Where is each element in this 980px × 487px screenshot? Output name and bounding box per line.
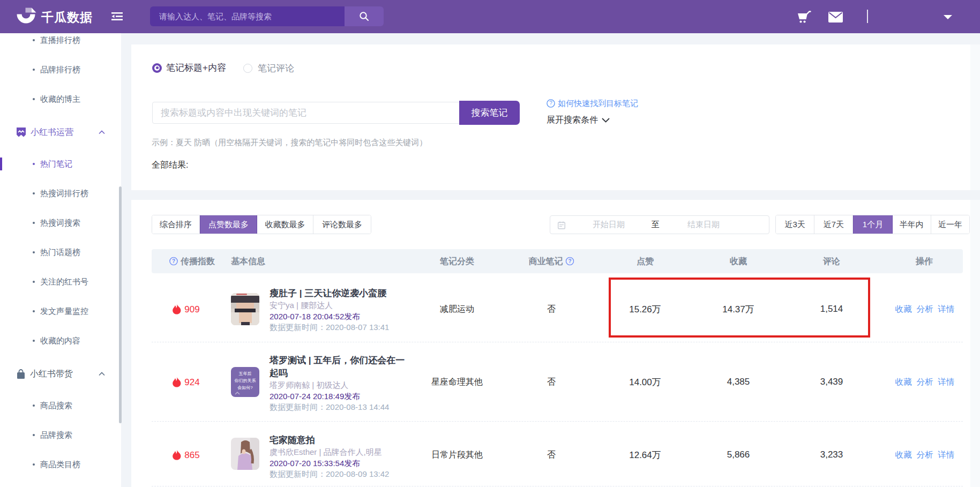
range-half-year[interactable]: 半年内 — [893, 215, 931, 234]
date-range-separator: 至 — [652, 220, 660, 230]
search-icon — [359, 11, 369, 21]
chevron-down-icon — [602, 118, 610, 123]
likes-cell: 15.26万 — [629, 303, 661, 316]
range-last-3-days[interactable]: 近3天 — [776, 215, 814, 234]
sidebar-scrollbar-thumb[interactable] — [119, 186, 122, 423]
collects-cell: 14.37万 — [722, 303, 754, 316]
sidebar-item-followed-accounts[interactable]: 关注的红书号 — [0, 275, 121, 288]
detail-link[interactable]: 详情 — [938, 377, 955, 388]
keyword-search-input[interactable] — [152, 102, 460, 124]
analyze-link[interactable]: 分析 — [917, 304, 933, 315]
note-title[interactable]: 宅家随意拍 — [270, 434, 410, 447]
table-row: 924 五年后 你们的关系 会如何? 塔罗测试 | 五年后，你们还会在一起吗 塔… — [152, 342, 963, 421]
detail-link[interactable]: 详情 — [938, 304, 955, 315]
global-search-input[interactable] — [150, 6, 345, 26]
sidebar-item-hot-search-query[interactable]: 热搜词搜索 — [0, 216, 121, 229]
analyze-link[interactable]: 分析 — [917, 377, 933, 388]
sidebar-item-live-ranking[interactable]: 直播排行榜 — [0, 34, 121, 47]
cart-icon[interactable] — [797, 11, 813, 27]
mail-icon[interactable] — [828, 12, 843, 25]
user-menu-caret-icon[interactable] — [944, 15, 952, 19]
sidebar-item-product-search[interactable]: 商品搜索 — [0, 399, 121, 412]
note-title[interactable]: 塔罗测试 | 五年后，你们还会在一起吗 — [270, 354, 407, 380]
sidebar-section-xhs-operation[interactable]: 小红书运营 — [0, 125, 121, 139]
bullet-dot — [33, 192, 35, 194]
sidebar-item-brand-ranking[interactable]: 品牌排行榜 — [0, 63, 121, 76]
radio-note-comments[interactable]: 笔记评论 — [243, 62, 294, 74]
menu-fold-icon[interactable] — [111, 12, 123, 23]
tab-comprehensive-sort[interactable]: 综合排序 — [152, 215, 200, 234]
table-row: 865 宅家随意拍 虞书欣Esther | 品牌合作人,明星 2020-07-2… — [152, 421, 963, 486]
sidebar-item-favorite-content[interactable]: 收藏的内容 — [0, 334, 121, 347]
range-last-7-days[interactable]: 近7天 — [814, 215, 853, 234]
tab-most-collects[interactable]: 收藏数最多 — [257, 215, 313, 234]
col-basic-info: 基本信息 — [231, 256, 265, 267]
bullet-dot — [33, 39, 35, 41]
expand-search-filters[interactable]: 展开搜索条件 — [547, 115, 610, 125]
sidebar-section-xhs-ecommerce[interactable]: 小红书带货 — [0, 367, 121, 381]
actions-cell: 收藏 分析 详情 — [895, 377, 955, 388]
bullet-dot — [33, 404, 35, 407]
collect-link[interactable]: 收藏 — [895, 377, 912, 388]
sidebar-item-hot-topics[interactable]: 热门话题榜 — [0, 246, 121, 259]
sidebar-item-product-category-ranking[interactable]: 商品类目榜 — [0, 458, 121, 471]
note-title[interactable]: 瘦肚子 | 三天让你逆袭小蛮腰 — [270, 287, 410, 300]
date-range-picker[interactable]: 开始日期 至 结束日期 — [550, 215, 769, 234]
end-date-placeholder[interactable]: 结束日期 — [687, 220, 720, 230]
analyze-link[interactable]: 分析 — [917, 449, 933, 461]
table-row: 909 瘦肚子 | 三天让你逆袭小蛮腰 安宁ya | 腰部达人 2020-07-… — [152, 273, 963, 342]
flame-icon — [172, 377, 181, 388]
collect-link[interactable]: 收藏 — [895, 449, 912, 461]
sort-tabs: 综合排序 点赞数最多 收藏数最多 评论数最多 — [152, 215, 371, 234]
help-link[interactable]: ? 如何快速找到目标笔记 — [547, 99, 638, 108]
tab-most-comments[interactable]: 评论数最多 — [313, 215, 371, 234]
note-publish-time: 2020-07-24 20:18:49发布 — [270, 391, 410, 402]
note-author[interactable]: 塔罗师南鲸 | 初级达人 — [270, 380, 410, 391]
global-search — [150, 6, 384, 26]
svg-text:你们的关系: 你们的关系 — [234, 378, 256, 383]
svg-text:?: ? — [172, 258, 175, 264]
sidebar-item-favorite-bloggers[interactable]: 收藏的博主 — [0, 93, 121, 106]
note-thumbnail[interactable]: 五年后 你们的关系 会如何? — [231, 367, 259, 397]
global-search-button[interactable] — [345, 6, 384, 26]
page-scrollbar-track[interactable] — [970, 33, 980, 487]
sidebar-item-hot-search-ranking[interactable]: 热搜词排行榜 — [0, 187, 121, 200]
bullet-dot — [33, 340, 35, 342]
collects-cell: 4,385 — [727, 377, 750, 387]
range-last-year[interactable]: 近一年 — [931, 215, 969, 234]
radio-note-title-content[interactable]: 笔记标题+内容 — [152, 62, 226, 74]
bullet-dot — [33, 434, 35, 436]
tab-most-likes[interactable]: 点赞数最多 — [200, 215, 257, 234]
table-header: ? 传播指数 基本信息 笔记分类 商业笔记 ? 点赞 收藏 评论 操作 — [152, 249, 963, 273]
start-date-placeholder[interactable]: 开始日期 — [593, 220, 625, 230]
likes-cell: 14.00万 — [629, 376, 661, 388]
range-1-month[interactable]: 1个月 — [853, 215, 892, 234]
question-circle-icon[interactable]: ? — [169, 257, 178, 266]
ribbon-badge-icon — [17, 128, 26, 137]
question-circle-icon[interactable]: ? — [566, 257, 574, 266]
comments-cell: 3,233 — [820, 449, 843, 460]
search-example-hint: 示例：夏天 防晒（用空格隔开关键词，搜索的笔记中将同时包含这些关键词） — [152, 138, 427, 148]
col-commercial: 商业笔记 ? — [529, 256, 574, 267]
spread-index-cell: 924 — [172, 377, 199, 388]
category-cell: 日常片段其他 — [431, 449, 483, 461]
detail-link[interactable]: 详情 — [938, 449, 955, 461]
chevron-up-icon[interactable] — [99, 372, 105, 376]
note-thumbnail[interactable] — [231, 438, 259, 470]
bullet-dot — [33, 222, 35, 224]
svg-text:?: ? — [568, 258, 571, 264]
comments-cell: 3,439 — [820, 377, 843, 387]
collect-link[interactable]: 收藏 — [895, 304, 912, 315]
note-author[interactable]: 虞书欣Esther | 品牌合作人,明星 — [270, 447, 410, 458]
note-author[interactable]: 安宁ya | 腰部达人 — [270, 300, 410, 311]
note-thumbnail[interactable] — [231, 293, 259, 325]
note-publish-time: 2020-07-20 15:33:54发布 — [270, 458, 410, 469]
commercial-cell: 否 — [547, 377, 556, 388]
actions-cell: 收藏 分析 详情 — [895, 304, 955, 315]
sidebar-item-brand-search[interactable]: 品牌搜索 — [0, 429, 121, 441]
sidebar-item-hot-notes[interactable]: 热门笔记 — [0, 158, 121, 170]
sidebar-item-post-volume-monitor[interactable]: 发文声量监控 — [0, 305, 121, 318]
spread-index-cell: 909 — [172, 304, 199, 315]
chevron-up-icon[interactable] — [99, 130, 105, 134]
search-notes-button[interactable]: 搜索笔记 — [459, 101, 520, 125]
